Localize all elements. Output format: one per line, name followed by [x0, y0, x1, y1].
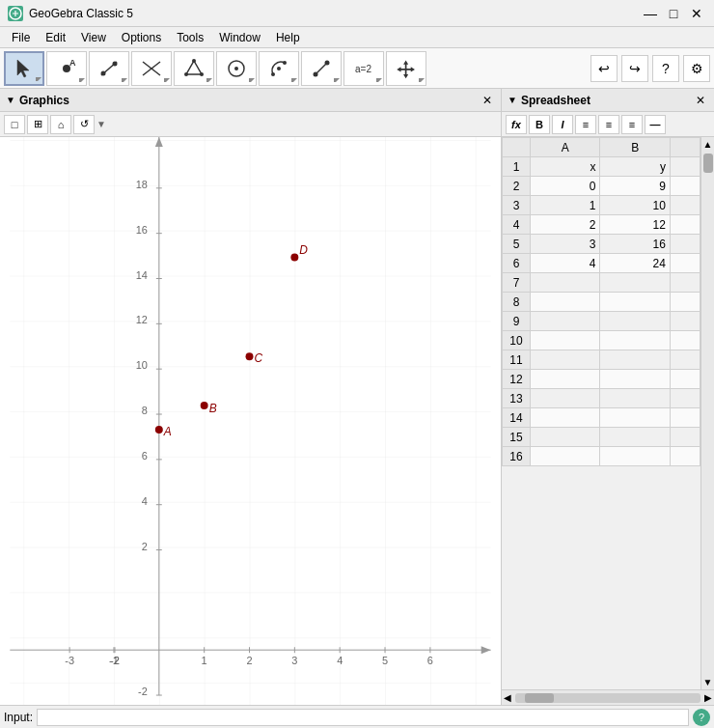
scroll-left-button[interactable]: ◀ — [504, 692, 511, 703]
line-tool-button[interactable] — [89, 51, 129, 86]
menu-window[interactable]: Window — [211, 29, 268, 45]
settings-button[interactable]: ⚙ — [683, 55, 710, 82]
standard-view-button[interactable]: □ — [4, 115, 25, 134]
cell-b[interactable]: y — [600, 157, 670, 177]
cell-b[interactable] — [600, 273, 670, 293]
menu-file[interactable]: File — [4, 29, 38, 45]
scroll-thumb[interactable] — [703, 154, 713, 173]
cell-b[interactable]: 9 — [600, 177, 670, 196]
menu-help[interactable]: Help — [268, 29, 308, 45]
row-number[interactable]: 12 — [503, 370, 531, 389]
cell-b[interactable] — [600, 408, 670, 428]
polygon-tool-button[interactable] — [174, 51, 214, 86]
lines-tool-button[interactable] — [131, 51, 172, 86]
row-number[interactable]: 8 — [503, 293, 531, 312]
cell-a[interactable]: 3 — [530, 235, 599, 254]
cell-a[interactable] — [530, 370, 599, 389]
help-button[interactable]: ? — [652, 55, 679, 82]
align-left-button[interactable]: ≡ — [575, 115, 596, 134]
cell-b[interactable]: 12 — [600, 215, 670, 235]
cell-b[interactable] — [600, 293, 670, 312]
col-header-b[interactable]: B — [600, 138, 670, 157]
point-c[interactable] — [246, 352, 254, 360]
cell-b[interactable]: 16 — [600, 235, 670, 254]
graphics-close-button[interactable]: ✕ — [480, 93, 495, 108]
point-tool-button[interactable]: A — [46, 51, 87, 86]
cell-b[interactable] — [600, 370, 670, 389]
cell-b[interactable] — [600, 312, 670, 331]
cell-a[interactable]: 0 — [530, 177, 599, 196]
cell-a[interactable] — [530, 428, 599, 447]
cell-a[interactable]: 2 — [530, 215, 599, 235]
cell-b[interactable] — [600, 428, 670, 447]
row-number[interactable]: 11 — [503, 350, 531, 370]
menu-tools[interactable]: Tools — [169, 29, 211, 45]
cell-b[interactable] — [600, 350, 670, 370]
maximize-button[interactable]: □ — [664, 4, 683, 23]
cell-a[interactable]: 4 — [530, 254, 599, 273]
row-number[interactable]: 10 — [503, 331, 531, 350]
move-tool-button[interactable] — [386, 51, 426, 86]
italic-button[interactable]: I — [552, 115, 573, 134]
bold-button[interactable]: B — [529, 115, 550, 134]
minimize-button[interactable]: — — [641, 4, 660, 23]
align-center-button[interactable]: ≡ — [598, 115, 619, 134]
cell-a[interactable] — [530, 273, 599, 293]
merge-button[interactable]: — — [645, 115, 666, 134]
fx-button[interactable]: fx — [506, 115, 527, 134]
home-button[interactable]: ⌂ — [50, 115, 71, 134]
col-header-a[interactable]: A — [530, 138, 599, 157]
input-field[interactable] — [37, 709, 689, 726]
input-help-button[interactable]: ? — [693, 709, 710, 726]
grid-button[interactable]: ⊞ — [27, 115, 48, 134]
row-number[interactable]: 7 — [503, 273, 531, 293]
row-number[interactable]: 5 — [503, 235, 531, 254]
close-button[interactable]: ✕ — [687, 4, 706, 23]
cell-a[interactable] — [530, 408, 599, 428]
circle-tool-button[interactable] — [216, 51, 257, 86]
row-number[interactable]: 3 — [503, 196, 531, 215]
row-number[interactable]: 4 — [503, 215, 531, 235]
point-b[interactable] — [201, 402, 208, 409]
cell-a[interactable] — [530, 350, 599, 370]
cell-b[interactable] — [600, 447, 670, 466]
row-number[interactable]: 14 — [503, 408, 531, 428]
scroll-right-button[interactable]: ▶ — [704, 692, 712, 703]
scroll-down-button[interactable]: ▼ — [703, 675, 713, 689]
cell-b[interactable] — [600, 331, 670, 350]
scroll-handle[interactable] — [525, 693, 554, 703]
arc-tool-button[interactable] — [259, 51, 299, 86]
menu-view[interactable]: View — [73, 29, 114, 45]
row-number[interactable]: 9 — [503, 312, 531, 331]
cell-a[interactable]: x — [530, 157, 599, 177]
cell-a[interactable] — [530, 389, 599, 408]
undo-button[interactable]: ↩ — [590, 55, 618, 82]
row-number[interactable]: 6 — [503, 254, 531, 273]
spreadsheet-close-button[interactable]: ✕ — [693, 93, 708, 108]
row-number[interactable]: 16 — [503, 447, 531, 466]
cell-a[interactable]: 1 — [530, 196, 599, 215]
cell-b[interactable] — [600, 389, 670, 408]
canvas-area[interactable]: 18 16 14 12 10 8 6 4 2 -2 -3 -2 1 2 3 4 … — [0, 137, 501, 705]
segment-tool-button[interactable] — [301, 51, 342, 86]
menu-edit[interactable]: Edit — [38, 29, 73, 45]
row-number[interactable]: 1 — [503, 157, 531, 177]
cell-b[interactable]: 24 — [600, 254, 670, 273]
row-number[interactable]: 13 — [503, 389, 531, 408]
scroll-up-button[interactable]: ▲ — [703, 137, 713, 152]
cell-a[interactable] — [530, 293, 599, 312]
equation-tool-button[interactable]: a=2 — [343, 51, 384, 86]
point-d[interactable] — [290, 254, 298, 262]
row-number[interactable]: 2 — [503, 177, 531, 196]
cell-a[interactable] — [530, 312, 599, 331]
undo-view-button[interactable]: ↺ — [73, 115, 95, 134]
cell-a[interactable] — [530, 331, 599, 350]
cell-a[interactable] — [530, 447, 599, 466]
point-a[interactable] — [155, 426, 163, 434]
redo-button[interactable]: ↪ — [621, 55, 648, 82]
menu-options[interactable]: Options — [114, 29, 169, 45]
row-number[interactable]: 15 — [503, 428, 531, 447]
cell-b[interactable]: 10 — [600, 196, 670, 215]
select-tool-button[interactable] — [4, 51, 44, 86]
align-right-button[interactable]: ≡ — [621, 115, 643, 134]
